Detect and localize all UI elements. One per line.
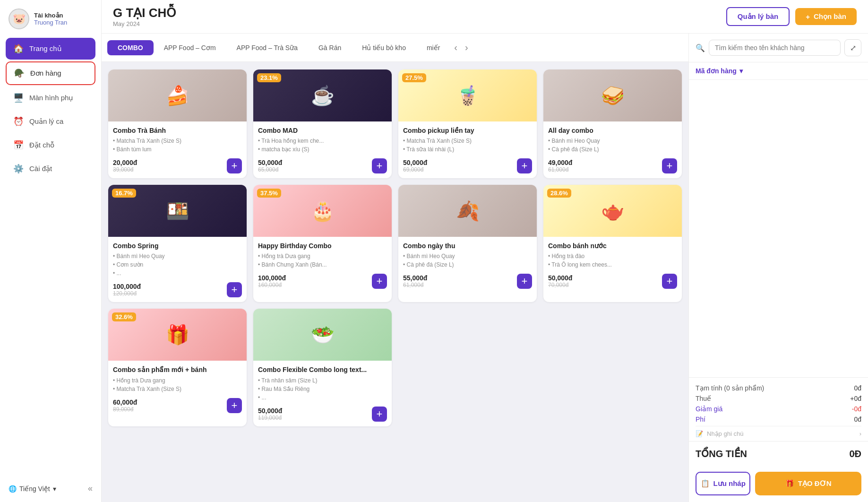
create-order-button[interactable]: 🎁 TẠO ĐƠN xyxy=(755,472,861,495)
sidebar-item-label-home: Trang chủ xyxy=(29,44,62,53)
product-old-price: 61,000đ xyxy=(548,166,572,173)
product-image: 🎁 32.6% xyxy=(108,309,247,361)
list-item: 🥗 Combo Flexible Combo long text... • Tr… xyxy=(253,309,392,426)
sidebar-nav: 🏠 Trang chủ 🪖 Đơn hàng 🖥️ Màn hình phụ ⏰… xyxy=(0,38,101,180)
total-value: 0Đ xyxy=(849,449,861,459)
product-items: • Hồng trà đào• Trà Ô long kem chees... xyxy=(548,252,677,269)
orders-icon: 🪖 xyxy=(14,68,25,78)
add-product-button[interactable]: + xyxy=(372,407,387,422)
sidebar-item-settings[interactable]: ⚙️ Cài đặt xyxy=(6,158,95,180)
product-name: Combo pickup liền tay xyxy=(403,126,532,135)
discount-badge: 32.6% xyxy=(112,312,136,321)
category-tabs: COMBO APP Food – Cơm APP Food – Trà Sữa … xyxy=(102,34,688,62)
page-title: G TẠI CHỖ xyxy=(113,6,176,20)
product-name: Combo MAD xyxy=(258,126,387,135)
fee-value: 0đ xyxy=(854,415,861,423)
add-product-button[interactable]: + xyxy=(227,282,242,297)
product-price: 60,000đ xyxy=(113,398,137,406)
add-product-button[interactable]: + xyxy=(372,274,387,289)
list-item: 🍱 16.7% Combo Spring • Bánh mì Heo Quay•… xyxy=(108,185,247,302)
add-product-button[interactable]: + xyxy=(662,274,677,289)
product-price: 100,000đ xyxy=(258,274,286,282)
product-image: 🍰 xyxy=(108,69,247,121)
tax-label: Thuế xyxy=(696,395,711,402)
list-item: 🫖 28.6% Combo bánh nước • Hồng trà đào• … xyxy=(543,185,682,302)
sidebar-item-secondary[interactable]: 🖥️ Màn hình phụ xyxy=(6,87,95,109)
product-price: 20,000đ xyxy=(113,159,137,166)
chevron-down-icon: ▾ xyxy=(53,485,56,493)
sidebar-item-orders[interactable]: 🪖 Đơn hàng xyxy=(6,61,95,85)
shift-icon: ⏰ xyxy=(13,116,24,127)
sidebar-item-label-shift: Quản lý ca xyxy=(29,117,63,126)
action-buttons: 📋 Lưu nháp 🎁 TẠO ĐƠN xyxy=(689,466,868,502)
chevron-right-icon: › xyxy=(859,430,861,437)
create-label: TẠO ĐƠN xyxy=(798,479,832,488)
tab-mien[interactable]: miếr xyxy=(416,40,450,55)
add-product-button[interactable]: + xyxy=(517,158,532,173)
product-old-price: 120,000đ xyxy=(113,290,141,297)
search-input[interactable] xyxy=(709,40,841,56)
save-draft-button[interactable]: 📋 Lưu nháp xyxy=(696,472,750,495)
product-price: 55,000đ xyxy=(403,274,427,282)
reservation-icon: 📅 xyxy=(13,140,24,150)
add-product-button[interactable]: + xyxy=(227,158,242,173)
tab-combo[interactable]: COMBO xyxy=(107,40,154,55)
product-price: 50,000đ xyxy=(258,407,282,415)
choose-table-button[interactable]: + Chọn bàn xyxy=(795,8,857,25)
product-image: ☕ 23.1% xyxy=(253,69,392,121)
tab-app-food-tra-sua[interactable]: APP Food – Trà Sữa xyxy=(226,40,308,55)
sidebar-account: 🐷 Tài khoản Truong Tran xyxy=(0,9,101,38)
product-image: 🧋 27.5% xyxy=(398,69,537,121)
language-selector[interactable]: 🌐 Tiếng Việt ▾ xyxy=(9,485,56,493)
tab-ga-ran[interactable]: Gà Rán xyxy=(308,40,352,55)
sidebar-item-label-secondary: Màn hình phụ xyxy=(29,94,73,102)
product-area: COMBO APP Food – Cơm APP Food – Trà Sữa … xyxy=(102,34,688,502)
discount-badge: 27.5% xyxy=(402,73,426,82)
product-image: 🍂 xyxy=(398,185,537,237)
order-code-row[interactable]: Mã đơn hàng ▾ xyxy=(689,62,868,80)
add-product-button[interactable]: + xyxy=(662,158,677,173)
note-row[interactable]: 📝 Nhập ghi chú › xyxy=(696,426,861,441)
product-old-price: 119,000đ xyxy=(258,415,282,421)
sidebar-item-home[interactable]: 🏠 Trang chủ xyxy=(6,38,95,60)
account-title: Tài khoản xyxy=(34,12,67,19)
total-label: TỔNG TIỀN xyxy=(696,448,747,459)
add-product-button[interactable]: + xyxy=(372,158,387,173)
subtotal-row: Tạm tính (0 sản phẩm) 0đ xyxy=(696,384,861,392)
product-name: Combo Flexible Combo long text... xyxy=(258,365,387,374)
product-items: • Trà Hoa hồng kem che...• matcha bạc xí… xyxy=(258,137,387,154)
list-item: ☕ 23.1% Combo MAD • Trà Hoa hồng kem che… xyxy=(253,69,392,178)
order-area xyxy=(689,80,868,377)
subtotal-value: 0đ xyxy=(854,384,861,392)
add-product-button[interactable]: + xyxy=(517,274,532,289)
sidebar-item-shift[interactable]: ⏰ Quản lý ca xyxy=(6,111,95,132)
manage-table-button[interactable]: Quản lý bàn xyxy=(726,7,790,26)
product-name: Combo Spring xyxy=(113,242,242,250)
tab-next-button[interactable]: › xyxy=(461,40,472,55)
create-icon: 🎁 xyxy=(785,479,794,488)
product-name: Happy Birthday Combo xyxy=(258,242,387,250)
product-grid: 🍰 Combo Trà Bánh • Matcha Trà Xanh (Size… xyxy=(102,62,688,502)
flag-icon: 🌐 xyxy=(9,485,17,493)
product-items: • Bánh mì Heo Quay• Cà phê đá (Size L) xyxy=(548,137,677,154)
product-old-price: 160,000đ xyxy=(258,282,286,288)
language-label: Tiếng Việt xyxy=(19,485,50,493)
list-item: 🎂 37.5% Happy Birthday Combo • Hồng trà … xyxy=(253,185,392,302)
sidebar-item-reservation[interactable]: 📅 Đặt chỗ xyxy=(6,134,95,156)
discount-badge: 16.7% xyxy=(112,189,136,198)
product-image: 🥗 xyxy=(253,309,392,361)
tab-prev-button[interactable]: ‹ xyxy=(450,40,461,55)
note-icon: 📝 xyxy=(696,430,703,437)
tax-value: +0đ xyxy=(850,395,861,402)
discount-row[interactable]: Giảm giá -0đ xyxy=(696,405,861,413)
order-code-label: Mã đơn hàng xyxy=(696,67,737,75)
fee-label: Phí xyxy=(696,415,705,423)
product-old-price: 65,000đ xyxy=(258,166,282,173)
topbar: G TẠI CHỖ May 2024 Quản lý bàn + Chọn bà… xyxy=(102,0,868,34)
sidebar-collapse-button[interactable]: « xyxy=(88,484,93,493)
settings-icon: ⚙️ xyxy=(13,164,24,174)
add-product-button[interactable]: + xyxy=(227,398,242,413)
tab-hu-tieu[interactable]: Hủ tiếu bò kho xyxy=(352,40,416,55)
tab-app-food-com[interactable]: APP Food – Cơm xyxy=(154,40,226,55)
fullscreen-button[interactable]: ⤢ xyxy=(844,39,861,56)
